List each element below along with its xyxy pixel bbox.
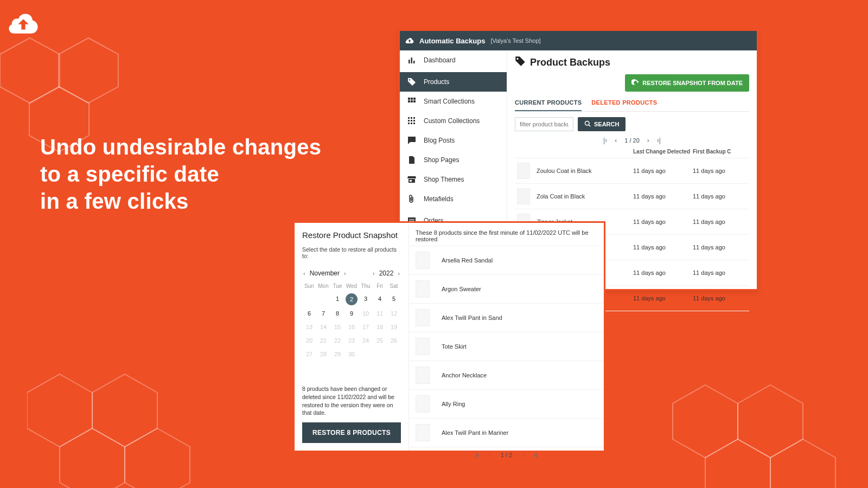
refresh-icon: [631, 79, 639, 87]
svg-marker-4: [92, 374, 157, 447]
sidebar-item-label: Custom Collections: [424, 117, 480, 125]
next-page-icon[interactable]: ›: [647, 137, 649, 144]
calendar-day: [359, 349, 373, 359]
last-change: 11 days ago: [633, 269, 693, 276]
sidebar-item-label: Shop Themes: [424, 176, 464, 183]
sidebar-item-shop-pages[interactable]: Shop Pages: [400, 150, 507, 170]
calendar-day: 11: [373, 308, 387, 319]
calendar-day[interactable]: 4: [373, 293, 387, 305]
last-page-icon[interactable]: ›|: [657, 137, 661, 144]
sidebar-item-products[interactable]: Products: [400, 72, 507, 92]
calendar-day: 13: [302, 322, 316, 332]
tab-deleted-products[interactable]: DELETED PRODUCTS: [591, 96, 657, 111]
svg-marker-8: [738, 385, 803, 458]
svg-rect-25: [413, 120, 415, 121]
restore-products-button[interactable]: RESTORE 8 PRODUCTS: [302, 422, 401, 443]
calendar-dow: Sun: [302, 283, 316, 289]
tag-icon: [515, 56, 526, 69]
prev-month-icon[interactable]: ‹: [302, 269, 307, 278]
calendar-day[interactable]: 7: [316, 308, 330, 319]
list-item[interactable]: Ally Ring: [409, 389, 604, 418]
tab-current-products[interactable]: CURRENT PRODUCTS: [515, 96, 582, 111]
prev-page-icon[interactable]: ‹: [489, 452, 491, 458]
product-name: Tote Skirt: [442, 343, 467, 350]
svg-rect-21: [411, 117, 412, 119]
calendar-week: 13141516171819: [302, 322, 401, 332]
filter-input[interactable]: [515, 117, 573, 131]
list-item[interactable]: Anchor Necklace: [409, 361, 604, 389]
sidebar-item-shop-themes[interactable]: Shop Themes: [400, 170, 507, 189]
calendar-day[interactable]: 8: [330, 308, 344, 319]
last-page-icon[interactable]: ›|: [534, 452, 538, 458]
calendar-day: 30: [344, 349, 359, 359]
svg-rect-27: [411, 123, 412, 124]
sidebar-item-metafields[interactable]: Metafields: [400, 189, 507, 209]
last-change: 11 days ago: [633, 219, 693, 225]
grid-icon: [407, 117, 416, 125]
product-thumb: [416, 424, 430, 441]
sidebar-item-smart-collections[interactable]: Smart Collections: [400, 92, 507, 111]
product-name: Alex Twill Pant in Sand: [442, 314, 502, 321]
sidebar-item-label: Shop Pages: [424, 156, 459, 164]
prev-year-icon[interactable]: ‹: [372, 269, 376, 278]
calendar-dow: Fri: [373, 283, 387, 289]
calendar-day[interactable]: 2: [346, 293, 358, 305]
first-backup: 11 days ago: [693, 244, 747, 251]
svg-rect-13: [413, 61, 415, 63]
table-row[interactable]: Zola Coat in Black 11 days ago 11 days a…: [515, 184, 749, 209]
calendar-day: 22: [330, 335, 344, 346]
list-item[interactable]: Arsella Red Sandal: [409, 246, 604, 274]
calendar-day: 25: [373, 335, 387, 346]
calendar-dow: Thu: [359, 283, 373, 289]
modal-paginator: |‹ ‹ 1 / 2 › ›|: [409, 447, 604, 464]
prev-page-icon[interactable]: ‹: [615, 137, 617, 144]
last-change: 11 days ago: [633, 244, 693, 251]
first-backup: 11 days ago: [693, 193, 747, 200]
calendar-day: 26: [387, 335, 401, 346]
tag-icon: [407, 78, 416, 86]
list-item[interactable]: Alex Twill Pant in Sand: [409, 303, 604, 332]
next-year-icon[interactable]: ›: [397, 269, 401, 278]
product-thumb: [416, 309, 430, 326]
next-month-icon[interactable]: ›: [343, 269, 347, 278]
svg-marker-3: [27, 374, 92, 447]
restore-snapshot-button[interactable]: RESTORE SNAPSHOT FROM DATE: [625, 74, 749, 92]
first-page-icon[interactable]: |‹: [603, 137, 607, 144]
svg-line-34: [589, 125, 590, 126]
restore-message: These 8 products since the first minute …: [409, 223, 604, 246]
product-thumb: [416, 252, 430, 269]
list-item[interactable]: Tote Skirt: [409, 332, 604, 361]
calendar-day[interactable]: 6: [302, 308, 316, 319]
list-item[interactable]: Alex Twill Pant in Mariner: [409, 418, 604, 447]
modal-title: Restore Product Snapshot: [302, 230, 401, 240]
product-thumb: [416, 395, 430, 413]
calendar-day: 16: [344, 322, 359, 332]
calendar-day: 19: [387, 322, 401, 332]
calendar-day[interactable]: 3: [359, 293, 373, 305]
tabs: CURRENT PRODUCTS DELETED PRODUCTS: [515, 96, 749, 112]
product-thumb: [416, 338, 430, 355]
next-page-icon[interactable]: ›: [522, 452, 524, 458]
calendar-day[interactable]: 1: [330, 293, 344, 305]
first-page-icon[interactable]: |‹: [476, 452, 480, 458]
calendar-week: 27282930: [302, 349, 401, 359]
calendar-dow: Sat: [387, 283, 401, 289]
product-name: Alex Twill Pant in Mariner: [442, 429, 508, 436]
svg-rect-16: [413, 98, 416, 100]
month-label: November: [310, 269, 340, 277]
sidebar-item-label: Blog Posts: [424, 137, 455, 144]
calendar-day[interactable]: 9: [344, 308, 359, 319]
svg-rect-20: [408, 117, 410, 119]
marketing-tagline: Undo undesirable changes to a specific d…: [40, 133, 321, 215]
sidebar-item-blog-posts[interactable]: Blog Posts: [400, 131, 507, 150]
table-row[interactable]: Zoulou Coat in Black 11 days ago 11 days…: [515, 158, 749, 184]
sidebar-item-custom-collections[interactable]: Custom Collections: [400, 111, 507, 131]
cloud-upload-icon: [8, 10, 39, 36]
calendar-day: 15: [330, 322, 344, 332]
stats-icon: [407, 56, 416, 65]
sidebar-item-dashboard[interactable]: Dashboard: [400, 50, 507, 70]
search-button[interactable]: SEARCH: [578, 117, 626, 131]
calendar-day[interactable]: 5: [387, 293, 401, 305]
list-item[interactable]: Argon Sweater: [409, 274, 604, 303]
col-last-change: Last Change Detected: [633, 149, 693, 155]
